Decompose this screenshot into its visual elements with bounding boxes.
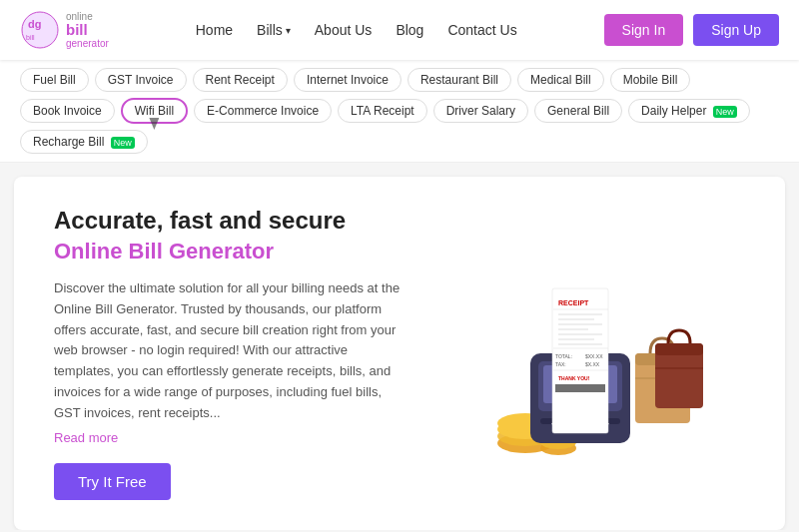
read-more-link[interactable]: Read more xyxy=(54,430,404,445)
receipt-illustration: ₹ RECEIPT TOTAL: $XX.XX TAX: $X.XX THANK… xyxy=(440,224,720,483)
header-buttons: Sign In Sign Up xyxy=(604,14,779,46)
svg-rect-19 xyxy=(558,318,594,320)
main-nav: Home Bills ▾ About Us Blog Contact Us xyxy=(196,22,517,38)
svg-rect-32 xyxy=(555,384,605,392)
signup-button[interactable]: Sign Up xyxy=(693,14,779,46)
svg-text:THANK YOU!: THANK YOU! xyxy=(558,375,590,381)
svg-text:$XX.XX: $XX.XX xyxy=(585,353,603,359)
logo: dg bill online bill generator xyxy=(20,10,109,50)
nav-home[interactable]: Home xyxy=(196,22,233,38)
nav-contact[interactable]: Contact Us xyxy=(447,22,516,38)
cat-rent-receipt[interactable]: Rent Receipt xyxy=(193,68,288,92)
nav-blog[interactable]: Blog xyxy=(396,22,423,38)
cat-lta-receipt[interactable]: LTA Receipt xyxy=(338,99,427,123)
signin-button[interactable]: Sign In xyxy=(604,14,684,46)
cat-general-bill[interactable]: General Bill xyxy=(534,99,622,123)
cat-medical-bill[interactable]: Medical Bill xyxy=(517,68,604,92)
cat-wifi-bill[interactable]: Wifi Bill xyxy=(121,98,188,124)
cat-ecommerce-invoice[interactable]: E-Commerce Invoice xyxy=(194,99,332,123)
svg-text:TAX:: TAX: xyxy=(555,361,566,367)
svg-text:$X.XX: $X.XX xyxy=(585,361,600,367)
hero-heading1: Accurate, fast and secure xyxy=(54,207,404,235)
hero-description: Discover the ultimate solution for all y… xyxy=(54,278,404,424)
svg-text:dg: dg xyxy=(28,18,41,30)
cat-mobile-bill[interactable]: Mobile Bill xyxy=(610,68,691,92)
logo-generator: generator xyxy=(66,38,109,49)
nav-bills-container[interactable]: Bills ▾ xyxy=(257,22,291,38)
svg-rect-24 xyxy=(558,343,602,345)
cat-daily-helper[interactable]: Daily Helper New xyxy=(628,99,750,123)
cat-recharge-bill[interactable]: Recharge Bill New xyxy=(20,130,148,154)
svg-rect-37 xyxy=(655,343,703,355)
cat-internet-invoice[interactable]: Internet Invoice xyxy=(294,68,401,92)
category-bar: Fuel Bill GST Invoice Rent Receipt Inter… xyxy=(0,60,799,163)
svg-rect-22 xyxy=(558,333,602,335)
svg-text:bill: bill xyxy=(26,34,35,41)
svg-rect-23 xyxy=(558,338,594,340)
logo-icon: dg bill xyxy=(20,10,60,50)
hero-heading2: Online Bill Generator xyxy=(54,239,404,265)
cat-restaurant-bill[interactable]: Restaurant Bill xyxy=(407,68,511,92)
cat-gst-invoice[interactable]: GST Invoice xyxy=(95,68,187,92)
hero-text: Accurate, fast and secure Online Bill Ge… xyxy=(54,207,404,500)
nav-about[interactable]: About Us xyxy=(315,22,373,38)
logo-bill: bill xyxy=(66,22,109,39)
cat-book-invoice[interactable]: Book Invoice xyxy=(20,99,115,123)
svg-rect-18 xyxy=(558,313,602,315)
cursor-indicator xyxy=(149,118,159,130)
badge-new-recharge: New xyxy=(111,137,135,149)
header: dg bill online bill generator Home Bills… xyxy=(0,0,799,60)
badge-new-daily: New xyxy=(713,106,737,118)
svg-text:TOTAL:: TOTAL: xyxy=(555,353,572,359)
svg-rect-21 xyxy=(558,328,588,330)
cat-driver-salary[interactable]: Driver Salary xyxy=(433,99,528,123)
nav-bills[interactable]: Bills xyxy=(257,22,283,38)
hero-section: Accurate, fast and secure Online Bill Ge… xyxy=(14,177,785,530)
logo-text: online bill generator xyxy=(66,11,109,50)
svg-rect-20 xyxy=(558,323,602,325)
hero-image: ₹ RECEIPT TOTAL: $XX.XX TAX: $X.XX THANK… xyxy=(404,224,755,483)
svg-text:RECEIPT: RECEIPT xyxy=(558,299,589,306)
try-it-free-button[interactable]: Try It Free xyxy=(54,463,171,500)
bills-dropdown-arrow: ▾ xyxy=(286,25,291,36)
cat-fuel-bill[interactable]: Fuel Bill xyxy=(20,68,89,92)
